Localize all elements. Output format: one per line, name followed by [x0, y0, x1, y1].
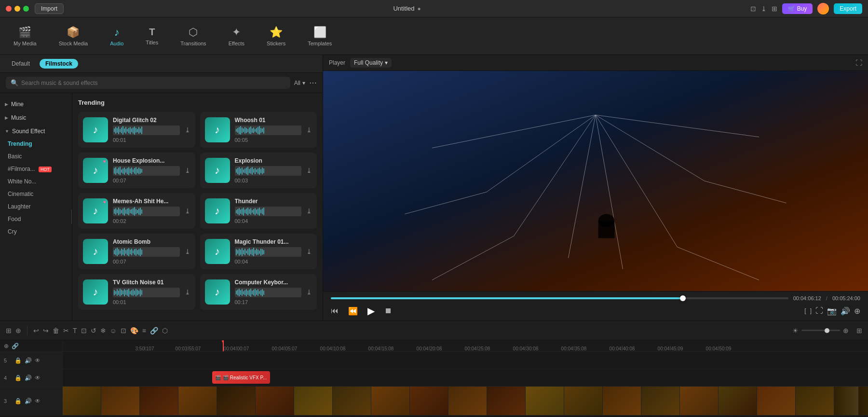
stop-button[interactable]: ⏹: [384, 306, 392, 315]
sidebar-mine-header[interactable]: ▶ Mine: [0, 98, 72, 111]
cut-icon[interactable]: ✂: [63, 327, 69, 334]
crop-end-icon[interactable]: ]: [810, 307, 812, 314]
sound-card-thunder[interactable]: ♪ Thunder 00:04 ⤓: [200, 193, 317, 229]
freeze-icon[interactable]: ❄: [100, 327, 106, 334]
sound-card-memes-ah-shit[interactable]: ♪ ♥ Memes-Ah Shit He... 00:02 ⤓: [78, 193, 195, 229]
export-button[interactable]: Export: [834, 3, 862, 14]
toolbar-templates[interactable]: ⬜ Templates: [304, 23, 336, 49]
download-icon[interactable]: ⤓: [185, 167, 190, 174]
lock-icon[interactable]: 🔒: [14, 375, 22, 381]
import-button[interactable]: Import: [35, 3, 64, 14]
toolbar-transitions[interactable]: ⬡ Transitions: [176, 23, 210, 49]
maximize-button[interactable]: [23, 6, 29, 12]
caption-icon[interactable]: ⊡: [81, 327, 87, 334]
undo-icon[interactable]: ↩: [33, 327, 39, 334]
lock-icon[interactable]: 🔒: [14, 398, 22, 404]
sidebar-music-header[interactable]: ▶ Music: [0, 111, 72, 124]
sticker-icon[interactable]: ☺: [110, 327, 117, 334]
progress-thumb[interactable]: [680, 295, 686, 301]
fullscreen-icon[interactable]: ⛶: [855, 59, 862, 67]
minimize-button[interactable]: [14, 6, 20, 12]
text-icon[interactable]: T: [73, 327, 77, 334]
search-filter[interactable]: All ▾: [294, 80, 305, 86]
download-cloud-icon[interactable]: ⤓: [761, 5, 767, 13]
step-back-button[interactable]: ⏪: [348, 306, 358, 316]
download-icon[interactable]: ⤓: [185, 288, 190, 296]
audio-mute-icon[interactable]: 🔊: [25, 398, 32, 404]
speed-icon[interactable]: ↺: [91, 327, 96, 334]
playhead[interactable]: [223, 340, 224, 351]
download-icon[interactable]: ⤓: [185, 126, 190, 134]
sound-card-atomic-bomb[interactable]: ♪ Atomic Bomb 00:07 ⤓: [78, 234, 195, 269]
play-button[interactable]: ▶: [367, 305, 375, 317]
download-icon[interactable]: ⤓: [306, 248, 312, 255]
search-input[interactable]: [21, 80, 285, 86]
link-icon[interactable]: 🔗: [150, 327, 158, 334]
fullscreen-button[interactable]: ⛶: [815, 306, 823, 315]
lock-icon[interactable]: 🔒: [14, 357, 22, 364]
sidebar-item-laughter[interactable]: Laughter: [0, 200, 72, 213]
snapshot-button[interactable]: 📷: [827, 306, 837, 316]
avatar[interactable]: [817, 3, 829, 14]
volume-button[interactable]: 🔊: [841, 306, 850, 316]
sidebar-item-cinematic[interactable]: Cinematic: [0, 188, 72, 200]
magnet-icon[interactable]: ⊕: [15, 327, 21, 334]
tab-default[interactable]: Default: [6, 59, 36, 69]
vfx-clip[interactable]: 🎬 🎬 Realistic VFX P...: [212, 371, 270, 384]
download-icon[interactable]: ⤓: [185, 248, 190, 255]
monitor-icon[interactable]: ⊡: [750, 5, 756, 13]
grid-view-icon[interactable]: ⊞: [856, 327, 862, 334]
sidebar-item-food[interactable]: Food: [0, 213, 72, 225]
download-icon[interactable]: ⤓: [306, 207, 312, 215]
download-icon[interactable]: ⤓: [306, 288, 312, 296]
sound-card-explosion[interactable]: ♪ Explosion 00:03 ⤓: [200, 153, 317, 188]
toolbar-titles[interactable]: T Titles: [142, 24, 162, 48]
mask-icon[interactable]: ⬡: [162, 327, 168, 334]
buy-button[interactable]: 🛒 Buy: [782, 3, 813, 14]
quality-select[interactable]: Full Quality ▾: [350, 58, 392, 68]
sidebar-item-cry[interactable]: Cry: [0, 225, 72, 238]
sound-card-magic-thunder[interactable]: ♪ Magic Thunder 01... 00:04 ⤓: [200, 234, 317, 269]
sidebar-item-basic[interactable]: Basic: [0, 150, 72, 163]
sidebar-item-white-noise[interactable]: White No...: [0, 175, 72, 188]
audio-mute-icon[interactable]: 🔊: [25, 375, 32, 381]
toolbar-my-media[interactable]: 🎬 My Media: [10, 23, 41, 49]
zoom-slider[interactable]: [801, 330, 840, 331]
sound-card-computer-keyboard[interactable]: ♪ Computer Keybor... 00:17 ⤓: [200, 274, 317, 310]
visibility-icon[interactable]: 👁: [35, 357, 41, 364]
sound-card-whoosh-01[interactable]: ♪ Whoosh 01 00:05 ⤓: [200, 112, 317, 148]
redo-icon[interactable]: ↪: [43, 327, 49, 334]
layout-icon[interactable]: ⊞: [6, 327, 12, 334]
link-tracks-icon[interactable]: 🔗: [12, 343, 19, 349]
sidebar-sound-effect-header[interactable]: ▼ Sound Effect: [0, 125, 72, 138]
sound-card-digital-glitch-02[interactable]: ♪ Digital Glitch 02 00:01 ⤓: [78, 112, 195, 148]
toolbar-stickers[interactable]: ⭐ Stickers: [263, 23, 289, 49]
audio-adjust-icon[interactable]: ≡: [142, 327, 146, 334]
visibility-icon[interactable]: 👁: [35, 398, 41, 404]
add-track-icon[interactable]: ⊕: [4, 343, 9, 349]
sidebar-item-filmorae[interactable]: #Filmora... HOT: [0, 163, 72, 175]
close-button[interactable]: [6, 6, 12, 12]
sound-card-tv-glitch[interactable]: ♪ TV Glitch Noise 01 00:01 ⤓: [78, 274, 195, 310]
skip-back-button[interactable]: ⏮: [331, 306, 339, 315]
tab-filmstock[interactable]: Filmstock: [40, 59, 78, 69]
visibility-icon[interactable]: 👁: [35, 375, 41, 381]
toolbar-effects[interactable]: ✦ Effects: [225, 23, 248, 49]
collapse-sidebar-button[interactable]: ‹: [71, 209, 72, 224]
zoom-out-icon[interactable]: ☀: [792, 327, 799, 334]
sound-card-house-explosion[interactable]: ♪ ♥ House Explosion... 00:07 ⤓: [78, 153, 195, 188]
more-options-button[interactable]: ⋯: [309, 78, 317, 87]
more-button[interactable]: ⊕: [854, 306, 860, 316]
audio-mute-icon[interactable]: 🔊: [25, 357, 32, 364]
toolbar-stock-media[interactable]: 📦 Stock Media: [55, 23, 92, 49]
crop-timeline-icon[interactable]: ⊡: [121, 327, 126, 334]
grid-icon[interactable]: ⊞: [772, 5, 777, 13]
zoom-thumb[interactable]: [825, 328, 829, 333]
download-icon[interactable]: ⤓: [185, 207, 190, 215]
zoom-in-icon[interactable]: ⊕: [843, 327, 849, 334]
delete-icon[interactable]: 🗑: [53, 327, 59, 334]
crop-icon[interactable]: [: [804, 307, 806, 314]
progress-bar[interactable]: [331, 297, 788, 299]
download-icon[interactable]: ⤓: [306, 126, 312, 134]
sidebar-item-trending[interactable]: Trending: [0, 138, 72, 150]
